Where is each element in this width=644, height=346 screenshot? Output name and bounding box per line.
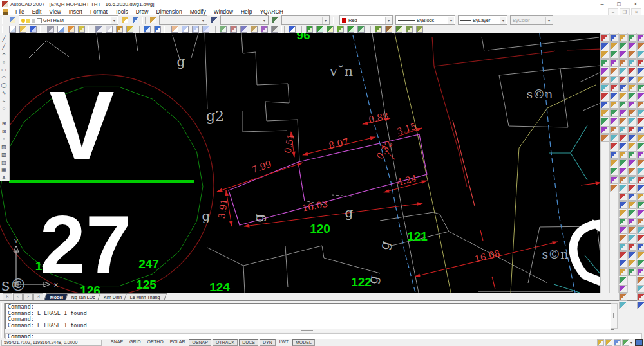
yqarch-column-2-icon-9[interactable] [610, 109, 618, 117]
yqarch-column-5-icon-12[interactable] [637, 134, 644, 142]
yqarch-column-4-icon-10[interactable] [628, 118, 636, 125]
yqarch-column-5-icon-23[interactable] [637, 226, 644, 234]
draw-tool-icon-16[interactable]: ▤ [0, 158, 8, 166]
draw-tool-icon-3[interactable]: ○ [0, 58, 8, 66]
yqarch-column-4-icon-17[interactable] [628, 176, 636, 184]
zoom-window-icon[interactable] [191, 25, 200, 34]
yqarch-column-5-icon-29[interactable] [637, 277, 644, 284]
yqarch-column-3-icon-3[interactable] [619, 59, 627, 67]
yqarch-column-3-icon-18[interactable] [619, 185, 627, 192]
menu-item-dimension[interactable]: Dimension [153, 8, 186, 15]
cut-icon[interactable] [94, 25, 104, 34]
yqarch-column-5-icon-11[interactable] [637, 126, 644, 134]
clean-screen-button[interactable] [635, 339, 643, 346]
yqarch-column-3-icon-17[interactable] [619, 176, 627, 184]
yqarch-column-3-icon-26[interactable] [619, 251, 627, 259]
yqarch-column-4-icon-16[interactable] [628, 168, 636, 176]
yqarch-column-4-icon-1[interactable] [628, 42, 636, 50]
yqarch-column-4-icon-7[interactable] [628, 93, 636, 100]
yqarch-column-4-icon-4[interactable] [628, 68, 636, 75]
toggle-ducs[interactable]: DUCS [239, 339, 258, 346]
toolbar-grip[interactable] [281, 26, 285, 33]
yqarch-column-4-icon-3[interactable] [628, 59, 636, 67]
table-style-icon[interactable] [270, 16, 280, 25]
yqarch-column-5-icon-14[interactable] [637, 151, 644, 159]
pan-icon[interactable] [170, 25, 180, 34]
yqarch-column-4-icon-6[interactable] [628, 84, 636, 92]
menu-item-format[interactable]: Format [86, 8, 111, 15]
text-style-combobox[interactable]: ▾ [159, 15, 207, 25]
yqarch-column-2-icon-8[interactable] [610, 101, 618, 109]
dim-style-icon[interactable] [209, 16, 219, 25]
annotation-scale-icon[interactable] [614, 339, 621, 346]
toolbar-grip[interactable] [333, 17, 336, 24]
toggle-polar[interactable]: POLAR [167, 339, 188, 345]
yq-wall-icon[interactable] [394, 25, 404, 34]
yqarch-column-5-icon-17[interactable] [637, 176, 644, 184]
yqarch-column-4-icon-27[interactable] [628, 260, 636, 268]
toolbar-grip[interactable] [299, 26, 302, 33]
close-button[interactable]: × [627, 1, 644, 8]
command-grip[interactable] [1, 303, 5, 338]
calculator-icon[interactable] [270, 25, 279, 34]
yqarch-column-4-icon-8[interactable] [628, 101, 636, 109]
yqarch-column-3-icon-19[interactable] [619, 193, 627, 201]
yq-pen-icon[interactable] [384, 25, 393, 34]
yqarch-column-2-icon-11[interactable] [610, 126, 618, 134]
yqarch-column-5-icon-30[interactable] [637, 285, 644, 293]
yqarch-column-2-icon-7[interactable] [610, 93, 618, 100]
yqarch-column-4-icon-15[interactable] [628, 159, 636, 167]
yqarch-column-1-icon-0[interactable] [601, 34, 609, 42]
yq-array-icon[interactable] [336, 25, 345, 34]
yqarch-column-4-icon-26[interactable] [628, 251, 636, 259]
draw-tool-icon-8[interactable]: ≈ [0, 96, 8, 104]
yqarch-column-3-icon-10[interactable] [619, 118, 627, 125]
yqarch-column-3-icon-22[interactable] [619, 218, 627, 226]
tab-nav-2[interactable]: > [23, 293, 33, 300]
mdi-minimize-button[interactable]: – [608, 8, 618, 15]
yqarch-column-2-icon-5[interactable] [610, 76, 618, 84]
text-style-icon[interactable] [148, 16, 158, 25]
yqarch-column-3-icon-27[interactable] [619, 260, 627, 268]
preview-icon[interactable] [56, 25, 66, 34]
yqarch-column-3-icon-30[interactable] [619, 285, 627, 293]
yqarch-column-3-icon-28[interactable] [619, 268, 627, 276]
copy-icon[interactable] [104, 25, 114, 34]
yqarch-column-2-icon-13[interactable] [610, 143, 618, 150]
yqarch-column-4-icon-22[interactable] [628, 218, 636, 226]
layer-combobox[interactable]: GHI HEM ▾ [19, 15, 118, 25]
yqarch-column-4-icon-20[interactable] [628, 201, 636, 209]
yqarch-column-2-icon-2[interactable] [610, 51, 618, 59]
yqarch-column-2-icon-0[interactable] [610, 34, 618, 42]
yqarch-column-5-icon-2[interactable] [637, 51, 644, 59]
yq-copy-icon[interactable] [346, 25, 355, 34]
toolbar-grip[interactable] [2, 17, 5, 24]
yqarch-column-5-icon-18[interactable] [637, 185, 644, 192]
yqarch-column-3-icon-23[interactable] [619, 226, 627, 234]
yqarch-column-4-icon-13[interactable] [628, 143, 636, 150]
help-icon[interactable] [287, 25, 297, 34]
yqarch-column-2-icon-17[interactable] [610, 176, 618, 184]
yqarch-column-5-icon-3[interactable] [637, 59, 644, 67]
yqarch-column-3-icon-12[interactable] [619, 134, 627, 142]
status-caret-icon[interactable]: ▾ [630, 340, 632, 345]
draw-tool-icon-6[interactable]: ◯ [0, 81, 8, 89]
yqarch-column-3-icon-4[interactable] [619, 68, 627, 75]
make-object-layer-icon[interactable] [120, 16, 130, 25]
yqarch-column-4-icon-11[interactable] [628, 126, 636, 134]
drawing-canvas[interactable]: Y X V 27 7.998.070.883.150.510.323.914.2… [0, 33, 600, 293]
yqarch-column-5-icon-10[interactable] [637, 118, 644, 125]
yqarch-column-3-icon-1[interactable] [619, 42, 627, 50]
yqarch-column-1-icon-9[interactable] [601, 109, 609, 117]
yqarch-column-5-icon-8[interactable] [637, 101, 644, 109]
yq-door-icon[interactable] [404, 25, 414, 34]
yqarch-column-4-icon-21[interactable] [628, 210, 636, 217]
draw-tool-icon-15[interactable]: ▧ [0, 150, 8, 158]
markup-icon[interactable] [260, 25, 269, 34]
command-vscrollbar[interactable] [611, 303, 618, 329]
toggle-model[interactable]: MODEL [292, 339, 315, 346]
yqarch-column-2-icon-6[interactable] [610, 84, 618, 92]
menu-item-tools[interactable]: Tools [111, 8, 132, 15]
plot-icon[interactable] [46, 25, 55, 34]
save-icon[interactable] [28, 25, 38, 34]
